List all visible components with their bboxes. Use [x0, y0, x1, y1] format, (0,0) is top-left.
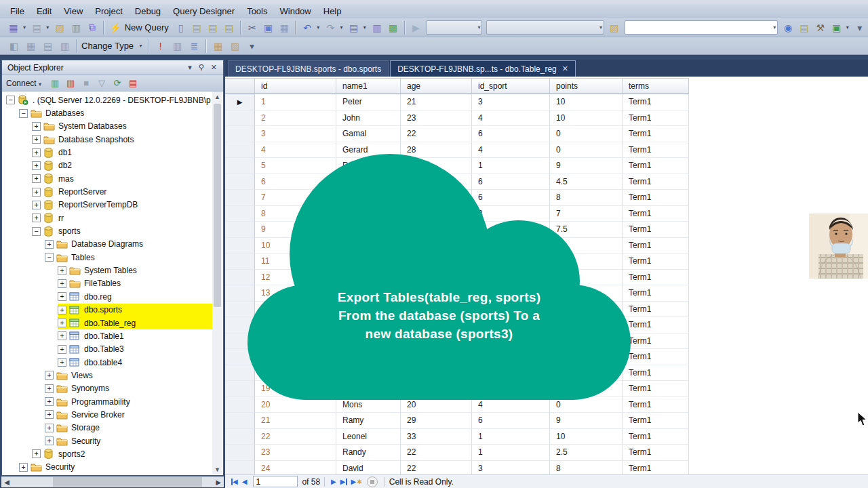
row-selector[interactable] — [225, 190, 255, 206]
find-folder-icon[interactable]: ▨ — [607, 20, 622, 35]
cell-age[interactable] — [401, 333, 472, 350]
cell-id_sport[interactable]: 6 — [472, 174, 550, 190]
cell-id_sport[interactable] — [472, 302, 550, 318]
group-by-icon[interactable]: ≣ — [186, 38, 202, 54]
table-display-icon[interactable]: ▨ — [227, 38, 243, 54]
cell-age[interactable]: 28 — [401, 142, 472, 159]
cell-id[interactable] — [255, 302, 336, 318]
stop-refresh-button[interactable] — [367, 476, 378, 487]
cell-terms[interactable]: Term1 — [623, 253, 689, 270]
cell-id[interactable]: 2 — [255, 110, 336, 127]
ide-navigator-icon[interactable]: ▣ — [829, 20, 844, 35]
cell-id[interactable]: 21 — [255, 413, 336, 429]
toolbar-overflow-icon[interactable]: ▾ — [852, 20, 867, 35]
tree-item-db2[interactable]: +db2 — [2, 159, 212, 172]
cell-id_sport[interactable]: 1 — [472, 158, 550, 174]
row-selector[interactable] — [225, 461, 255, 475]
tree-item-sports[interactable]: −sports — [2, 224, 212, 237]
cell-points[interactable] — [550, 381, 623, 397]
dropdown-arrow-icon[interactable]: ▾ — [338, 20, 344, 35]
row-selector[interactable] — [225, 238, 255, 254]
paste-icon[interactable]: ▦ — [277, 20, 292, 35]
cell-terms[interactable]: Term1 — [623, 222, 689, 238]
collapse-icon[interactable]: − — [32, 227, 41, 236]
cell-age[interactable] — [401, 349, 472, 365]
dropdown-arrow-icon[interactable]: ▾ — [22, 20, 27, 35]
tree-item-reportservertempdb[interactable]: +ReportServerTempDB — [2, 199, 212, 211]
current-record-input[interactable] — [253, 476, 298, 487]
expand-icon[interactable]: + — [32, 161, 41, 170]
properties-window-icon[interactable]: ▤ — [797, 20, 812, 35]
cell-points[interactable]: 7.5 — [550, 222, 623, 238]
cell-id[interactable]: 7 — [255, 190, 336, 206]
cell-id[interactable] — [255, 317, 336, 333]
cell-name1[interactable] — [336, 302, 401, 318]
expand-icon[interactable]: + — [58, 319, 66, 327]
cell-name1[interactable]: Roben — [336, 158, 401, 174]
navigate-backward-icon[interactable]: ▤ — [347, 20, 361, 35]
menu-item-tools[interactable]: Tools — [241, 5, 273, 18]
tree-item-system-databases[interactable]: +System Databases — [2, 120, 212, 133]
cell-age[interactable] — [401, 174, 472, 190]
next-record-button[interactable]: ▶ — [331, 478, 336, 485]
cell-id[interactable]: 4 — [255, 142, 336, 159]
cell-points[interactable] — [550, 349, 623, 365]
tree-item-dbo-reg[interactable]: +dbo.reg — [2, 290, 212, 303]
column-header-terms[interactable]: terms — [623, 78, 689, 94]
execute-play-icon[interactable]: ▶ — [409, 20, 424, 35]
cell-id[interactable]: 19 — [255, 381, 336, 397]
row-selector[interactable] — [225, 110, 255, 127]
tree-item-dbo-sports[interactable]: +dbo.sports — [2, 304, 212, 317]
cell-terms[interactable]: Term1 — [623, 461, 689, 475]
row-selector[interactable]: ▶ — [225, 94, 255, 110]
column-header-id[interactable]: id — [255, 78, 336, 94]
expand-icon[interactable]: + — [58, 345, 66, 354]
expand-icon[interactable]: + — [45, 410, 54, 419]
tree-item-storage[interactable]: +Storage — [2, 422, 212, 434]
menu-item-query-designer[interactable]: Query Designer — [167, 5, 241, 18]
cell-name1[interactable] — [336, 349, 401, 365]
cell-points[interactable]: 0 — [550, 142, 623, 159]
cell-name1[interactable] — [336, 365, 401, 382]
cell-points[interactable]: 10 — [550, 429, 623, 445]
cell-id_sport[interactable]: 6 — [472, 413, 550, 429]
cell-name1[interactable] — [336, 222, 401, 238]
scroll-right-icon[interactable]: ▶ — [213, 479, 224, 486]
new-item-icon[interactable]: ▦ — [6, 20, 21, 35]
tree-item-views[interactable]: +Views — [2, 369, 212, 382]
cell-id[interactable]: 11 — [255, 253, 336, 270]
cell-name1[interactable] — [336, 238, 401, 254]
dropdown-arrow-icon[interactable]: ▾ — [477, 24, 480, 30]
tree-item-synonyms[interactable]: +Synonyms — [2, 382, 212, 395]
dropdown-arrow-icon[interactable]: ▾ — [773, 24, 776, 30]
cell-age[interactable] — [401, 238, 472, 254]
cell-age[interactable]: 33 — [401, 429, 472, 445]
scrollbar-thumb[interactable] — [214, 104, 221, 307]
cell-name1[interactable] — [336, 333, 401, 350]
cell-terms[interactable]: Term1 — [623, 142, 689, 159]
row-selector[interactable] — [225, 222, 255, 238]
cell-terms[interactable]: Term1 — [623, 381, 689, 397]
cell-age[interactable]: 23 — [401, 110, 472, 127]
tree-item-programmability[interactable]: +Programmability — [2, 395, 212, 408]
tree-item-mas[interactable]: +mas — [2, 172, 212, 185]
cell-id_sport[interactable] — [472, 317, 550, 333]
scroll-down-icon[interactable]: ▼ — [212, 464, 222, 474]
cell-age[interactable] — [401, 190, 472, 206]
cell-terms[interactable]: Term1 — [623, 302, 689, 318]
tree-item-database-snapshots[interactable]: +Database Snapshots — [2, 133, 212, 146]
row-selector[interactable] — [225, 381, 255, 397]
copy-icon[interactable]: ▣ — [261, 20, 276, 35]
cell-id_sport[interactable] — [472, 270, 550, 286]
menu-item-edit[interactable]: Edit — [31, 5, 58, 18]
cell-name1[interactable] — [336, 253, 401, 270]
open-file-icon[interactable]: ▨ — [53, 20, 68, 35]
document-tab-1[interactable]: DESKTOP-FL9JBNB.sports - dbo.sports — [228, 60, 389, 77]
row-selector[interactable] — [225, 142, 255, 159]
cell-id_sport[interactable]: 3 — [472, 206, 550, 222]
expand-icon[interactable]: + — [58, 358, 66, 367]
cell-name1[interactable]: David — [336, 461, 401, 475]
menu-item-window[interactable]: Window — [274, 5, 317, 18]
cell-name1[interactable]: Leonel — [336, 429, 401, 445]
tree-item-database-diagrams[interactable]: +Database Diagrams — [2, 238, 212, 251]
